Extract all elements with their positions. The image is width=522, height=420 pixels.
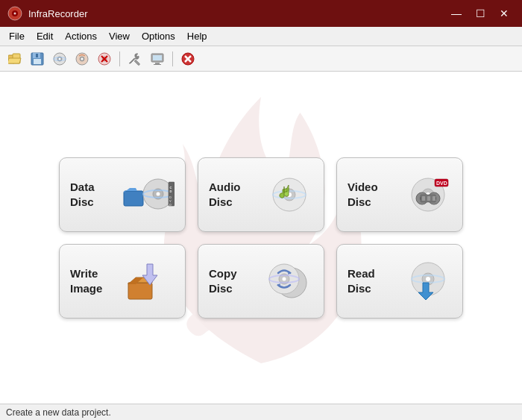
svg-point-31 — [157, 192, 160, 196]
toolbar-sep-1 — [119, 51, 120, 66]
write-image-button[interactable]: WriteImage — [59, 244, 186, 319]
status-bar: Create a new data project. — [0, 404, 522, 420]
svg-rect-28 — [124, 191, 143, 206]
data-disc-button[interactable]: DataDisc C D D V D — [59, 157, 186, 232]
window-controls: — ☐ ✕ — [446, 6, 515, 21]
menu-view[interactable]: View — [103, 29, 136, 43]
toolbar-exit[interactable] — [177, 49, 198, 69]
action-button-grid: DataDisc C D D V D — [59, 157, 463, 319]
audio-disc-label: AudioDisc — [209, 180, 241, 209]
toolbar-open-folder[interactable] — [4, 49, 25, 69]
toolbar-sep-2 — [172, 51, 173, 66]
toolbar-tools[interactable] — [125, 49, 145, 69]
svg-rect-57 — [433, 196, 435, 201]
main-content: DataDisc C D D V D — [0, 72, 522, 404]
menu-actions[interactable]: Actions — [59, 29, 103, 43]
video-disc-label: VideoDisc — [348, 180, 378, 209]
toolbar-device[interactable] — [147, 49, 168, 69]
close-button[interactable]: ✕ — [494, 6, 515, 21]
copy-disc-icon — [261, 255, 313, 307]
svg-text:D: D — [170, 189, 172, 193]
svg-rect-56 — [427, 196, 430, 201]
write-image-icon — [122, 255, 174, 307]
svg-rect-55 — [422, 196, 425, 201]
app-title: InfraRecorder — [28, 8, 446, 19]
svg-text:D: D — [169, 203, 172, 207]
menu-help[interactable]: Help — [181, 29, 213, 43]
svg-point-68 — [426, 277, 430, 281]
status-text: Create a new data project. — [6, 407, 111, 418]
menu-file[interactable]: File — [3, 29, 31, 43]
svg-text:DVD: DVD — [436, 181, 447, 186]
svg-point-15 — [81, 57, 83, 59]
svg-point-64 — [282, 278, 286, 281]
toolbar-burn[interactable] — [49, 49, 70, 69]
minimize-button[interactable]: — — [446, 6, 467, 21]
menu-bar: File Edit Actions View Options Help — [0, 27, 522, 46]
svg-point-2 — [14, 13, 16, 15]
toolbar-save[interactable] — [27, 49, 48, 69]
data-disc-label: DataDisc — [70, 180, 95, 209]
svg-rect-23 — [155, 63, 160, 64]
svg-rect-24 — [154, 64, 161, 65]
svg-rect-8 — [36, 54, 38, 57]
copy-disc-label: CopyDisc — [209, 266, 237, 295]
read-disc-icon — [400, 255, 452, 307]
app-icon — [7, 6, 22, 21]
toolbar-erase[interactable] — [94, 49, 115, 69]
svg-point-11 — [59, 57, 60, 59]
maximize-button[interactable]: ☐ — [470, 6, 491, 21]
audio-disc-icon — [261, 169, 313, 221]
write-image-label: WriteImage — [70, 266, 102, 295]
title-bar: InfraRecorder — ☐ ✕ — [0, 0, 522, 27]
toolbar — [0, 46, 522, 72]
svg-rect-7 — [34, 59, 41, 64]
video-disc-button[interactable]: VideoDisc DVD — [336, 157, 463, 232]
video-disc-icon: DVD — [400, 169, 452, 221]
read-disc-button[interactable]: ReadDisc — [336, 244, 463, 319]
menu-edit[interactable]: Edit — [31, 29, 59, 43]
svg-rect-58 — [128, 283, 152, 299]
menu-options[interactable]: Options — [136, 29, 181, 43]
svg-rect-22 — [153, 55, 162, 60]
read-disc-label: ReadDisc — [348, 266, 375, 295]
toolbar-record[interactable] — [72, 49, 92, 69]
copy-disc-button[interactable]: CopyDisc — [198, 244, 324, 319]
audio-disc-button[interactable]: AudioDisc — [198, 157, 324, 232]
data-disc-icon: C D D V D — [122, 169, 174, 221]
